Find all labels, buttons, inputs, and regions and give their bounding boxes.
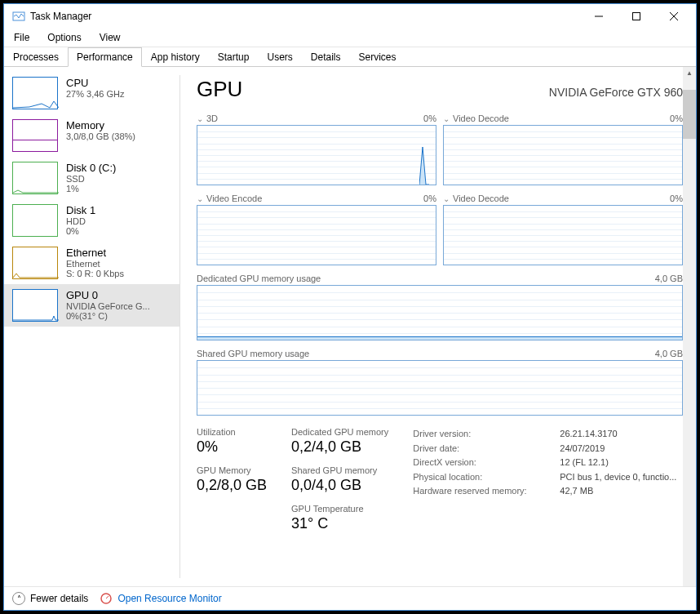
disk1-sub2: 0% — [66, 226, 171, 236]
open-resource-monitor-link[interactable]: Open Resource Monitor — [100, 592, 221, 605]
gpu-sub2: 0%(31° C) — [66, 311, 171, 321]
resource-monitor-icon — [100, 592, 113, 605]
graph-vd1-pct: 0% — [670, 113, 683, 123]
graph-dedicated-memory[interactable] — [197, 285, 683, 340]
chevron-up-circle-icon: ˄ — [12, 592, 25, 605]
app-icon — [12, 10, 25, 23]
disk0-sub2: 1% — [66, 184, 171, 194]
graph-ve-pct: 0% — [423, 194, 436, 203]
sidebar-item-memory[interactable]: Memory3,0/8,0 GB (38%) — [4, 114, 179, 157]
tab-strip: Processes Performance App history Startu… — [4, 47, 696, 67]
sidebar-item-ethernet[interactable]: EthernetEthernetS: 0 R: 0 Kbps — [4, 242, 179, 284]
util-label: Utilization — [197, 427, 267, 437]
chevron-down-icon: ⌄ — [197, 114, 203, 123]
tab-services[interactable]: Services — [350, 47, 405, 66]
device-name: NVIDIA GeForce GTX 960 — [549, 86, 683, 99]
eth-thumb — [12, 247, 58, 279]
svg-rect-0 — [13, 12, 24, 20]
svg-line-6 — [106, 596, 109, 598]
graph-vd2-pct: 0% — [670, 194, 683, 203]
tab-performance[interactable]: Performance — [68, 47, 142, 67]
footer: ˄ Fewer details Open Resource Monitor — [4, 586, 696, 610]
shr-value: 0,0/4,0 GB — [291, 477, 388, 494]
mem-title: Memory — [66, 119, 171, 131]
mem-thumb — [12, 119, 58, 152]
graph-vd2-selector[interactable]: ⌄Video Decode — [443, 194, 509, 203]
sidebar-item-disk0[interactable]: Disk 0 (C:)SSD1% — [4, 157, 179, 199]
disk1-sub1: HDD — [66, 216, 171, 226]
tab-users[interactable]: Users — [258, 47, 301, 66]
disk0-sub1: SSD — [66, 174, 171, 184]
eth-title: Ethernet — [66, 247, 171, 259]
main-panel: GPU NVIDIA GeForce GTX 960 ⌄3D0% ⌄Video … — [180, 67, 696, 586]
sidebar-item-disk1[interactable]: Disk 1HDD0% — [4, 199, 179, 242]
graph-shr-label: Shared GPU memory usage — [197, 349, 309, 358]
ded-label: Dedicated GPU memory — [291, 427, 388, 437]
gmem-label: GPU Memory — [197, 465, 267, 475]
perf-sidebar: CPU27% 3,46 GHz Memory3,0/8,0 GB (38%) D… — [4, 67, 179, 586]
shr-label: Shared GPU memory — [291, 465, 388, 475]
chevron-down-icon: ⌄ — [197, 194, 203, 203]
cpu-sub: 27% 3,46 GHz — [66, 89, 171, 99]
gpu-title: GPU 0 — [66, 289, 171, 301]
graph-video-decode-1[interactable] — [443, 125, 683, 185]
tab-details[interactable]: Details — [302, 47, 350, 66]
graph-shr-cap: 4,0 GB — [655, 349, 683, 358]
gpu-details-table: Driver version:26.21.14.3170 Driver date… — [413, 427, 676, 532]
disk1-thumb — [12, 204, 58, 237]
disk0-title: Disk 0 (C:) — [66, 162, 171, 174]
gpu-thumb — [12, 289, 58, 322]
sidebar-item-gpu0[interactable]: GPU 0NVIDIA GeForce G...0%(31° C) — [4, 284, 179, 327]
content-area: CPU27% 3,46 GHz Memory3,0/8,0 GB (38%) D… — [4, 67, 696, 586]
gpu-sub1: NVIDIA GeForce G... — [66, 301, 171, 311]
gmem-value: 0,2/8,0 GB — [197, 477, 267, 494]
graph-3d-selector[interactable]: ⌄3D — [197, 113, 218, 123]
disk0-thumb — [12, 162, 58, 194]
graph-3d-pct: 0% — [423, 113, 436, 123]
chevron-down-icon: ⌄ — [443, 114, 450, 123]
ded-value: 0,2/4,0 GB — [291, 438, 388, 456]
eth-sub1: Ethernet — [66, 259, 171, 269]
page-title: GPU — [197, 77, 242, 102]
chevron-down-icon: ⌄ — [443, 194, 450, 203]
fewer-details-button[interactable]: ˄ Fewer details — [12, 592, 88, 605]
menu-view[interactable]: View — [96, 30, 124, 45]
svg-rect-2 — [633, 13, 640, 20]
cpu-thumb — [12, 77, 58, 109]
main-scrollbar[interactable]: ▲ — [683, 67, 696, 586]
tab-startup[interactable]: Startup — [209, 47, 259, 66]
maximize-button[interactable] — [618, 4, 655, 29]
graph-3d[interactable] — [197, 125, 436, 185]
graph-video-encode[interactable] — [197, 205, 436, 265]
disk1-title: Disk 1 — [66, 204, 171, 216]
tab-app-history[interactable]: App history — [142, 47, 209, 66]
menu-file[interactable]: File — [11, 30, 33, 45]
graph-ve-selector[interactable]: ⌄Video Encode — [197, 194, 262, 203]
util-value: 0% — [197, 438, 267, 456]
tmp-value: 31° C — [291, 515, 388, 532]
minimize-button[interactable] — [580, 4, 618, 29]
sidebar-item-cpu[interactable]: CPU27% 3,46 GHz — [4, 72, 179, 114]
mem-sub: 3,0/8,0 GB (38%) — [66, 131, 171, 141]
graph-video-decode-2[interactable] — [443, 205, 683, 265]
titlebar[interactable]: Task Manager — [4, 4, 696, 29]
menu-options[interactable]: Options — [44, 30, 84, 45]
graph-ded-label: Dedicated GPU memory usage — [197, 274, 321, 283]
close-button[interactable] — [655, 4, 693, 29]
menubar: File Options View — [4, 29, 696, 47]
tab-processes[interactable]: Processes — [4, 47, 68, 66]
graph-shared-memory[interactable] — [197, 360, 683, 416]
tmp-label: GPU Temperature — [291, 504, 388, 514]
window-title: Task Manager — [30, 11, 580, 22]
eth-sub2: S: 0 R: 0 Kbps — [66, 269, 171, 278]
graph-vd1-selector[interactable]: ⌄Video Decode — [443, 113, 509, 123]
cpu-title: CPU — [66, 77, 171, 89]
task-manager-window: Task Manager File Options View Processes… — [3, 3, 697, 611]
graph-ded-cap: 4,0 GB — [655, 274, 683, 283]
